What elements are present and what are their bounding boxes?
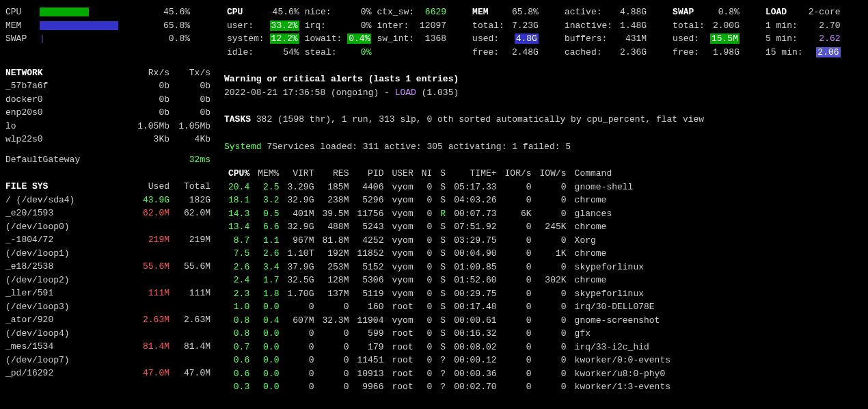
systemd-label: Systemd bbox=[224, 142, 262, 152]
systemd-line: Systemd 7Services loaded: 311 active: 30… bbox=[224, 140, 863, 154]
cpu-detail-header-val: 45.6% bbox=[267, 5, 302, 19]
filesys-row: (/dev/loop1) bbox=[5, 247, 211, 261]
filesys-row: (/dev/loop3) bbox=[5, 300, 211, 314]
mem-detail-header: MEM bbox=[470, 5, 507, 19]
proc-header-cell: USER bbox=[388, 167, 417, 181]
process-row: 18.13.232.9G238M5296vyom0S04:03.2600chro… bbox=[224, 194, 675, 207]
swap-detail-row: total:2.00G bbox=[670, 19, 742, 33]
nice-val: 0% bbox=[344, 5, 374, 19]
cpu-detail-block: CPU 45.6% nice: 0% ctx_sw: 6629 user:33.… bbox=[224, 5, 449, 59]
process-row: 0.70.000179root0S00:08.0200irq/33-i2c_hi… bbox=[224, 341, 675, 354]
mem-bar-row: MEM 65.8% bbox=[5, 19, 211, 33]
process-row: 0.60.00010913root0?00:00.3600kworker/u8:… bbox=[224, 367, 675, 381]
network-tx-header: Tx/s bbox=[169, 66, 211, 80]
process-row: 14.30.5401M39.5M11756vyom0R00:07.736K0gl… bbox=[224, 207, 675, 221]
proc-header-cell: PID bbox=[353, 167, 388, 181]
proc-header-cell: NI bbox=[418, 167, 437, 181]
mem-active-label: active: bbox=[562, 5, 615, 19]
filesys-row: / (/dev/sda4)43.9G182G bbox=[5, 194, 211, 207]
filesys-row: (/dev/loop7) bbox=[5, 354, 211, 367]
load-detail-header: LOAD bbox=[763, 5, 806, 19]
process-row: 0.80.000599root0S00:16.3200gfx bbox=[224, 327, 675, 341]
swap-detail-row: free:1.98G bbox=[670, 46, 742, 60]
cpu-detail-row: user:33.2%irq:0%inter:12097 bbox=[224, 19, 449, 33]
cpu-pct: 45.6% bbox=[149, 5, 190, 19]
network-row: enp20s00b0b bbox=[5, 106, 211, 120]
process-row: 0.60.00011451root0?00:00.1200kworker/0:0… bbox=[224, 354, 675, 367]
filesys-row: _ller/591111M111M bbox=[5, 287, 211, 300]
gateway-label: DefaultGateway bbox=[5, 153, 189, 167]
filesys-row: _ator/9202.63M2.63M bbox=[5, 313, 211, 327]
swap-pct: 0.8% bbox=[149, 32, 190, 46]
process-row: 0.30.0009966root0?00:02.7000kworker/1:3-… bbox=[224, 380, 675, 394]
alert-val: (1.035) bbox=[416, 88, 459, 98]
swap-detail-header: SWAP bbox=[670, 5, 707, 19]
cpu-detail-row: idle:54%steal:0% bbox=[224, 46, 449, 60]
process-row: 2.31.81.70G137M5119vyom0S00:29.7500skype… bbox=[224, 287, 675, 301]
mem-bar bbox=[40, 21, 118, 30]
systemd-text: 7Services loaded: 311 active: 305 activa… bbox=[262, 142, 571, 152]
swap-detail-block: SWAP 0.8% total:2.00Gused:15.5Mfree:1.98… bbox=[670, 5, 742, 59]
swap-detail-header-val: 0.8% bbox=[707, 5, 742, 19]
tasks-text: 382 (1598 thr), 1 run, 313 slp, 0 oth so… bbox=[251, 114, 704, 124]
filesys-row: (/dev/loop2) bbox=[5, 274, 211, 287]
process-row: 2.63.437.9G253M5152vyom0S01:00.8500skype… bbox=[224, 261, 675, 274]
top-stats: CPU 45.6% nice: 0% ctx_sw: 6629 user:33.… bbox=[224, 5, 863, 59]
process-row: 7.52.61.10T192M11852vyom0S00:04.9001Kchr… bbox=[224, 247, 675, 261]
mem-label: MEM bbox=[5, 19, 40, 33]
network-row: lo1.05Mb1.05Mb bbox=[5, 120, 211, 133]
network-table: NETWORK Rx/s Tx/s _57b7a6f0b0bdocker00b0… bbox=[5, 66, 211, 146]
filesys-table: FILE SYS Used Total / (/dev/sda4)43.9G18… bbox=[5, 180, 211, 380]
cpu-bar-row: CPU 45.6% bbox=[5, 5, 211, 19]
tasks-label: TASKS bbox=[224, 114, 251, 124]
process-row: 20.42.53.29G185M4406vyom0S05:17.3300gnom… bbox=[224, 181, 675, 194]
proc-header-cell: IOR/s bbox=[501, 167, 536, 181]
network-row: wlp22s03Kb4Kb bbox=[5, 133, 211, 146]
process-row: 8.71.1967M81.8M4252vyom0S03:29.7500Xorg bbox=[224, 234, 675, 248]
proc-header-cell: VIRT bbox=[283, 167, 318, 181]
filesys-total-header: Total bbox=[169, 180, 211, 194]
mem-detail-header-val: 65.8% bbox=[507, 5, 541, 19]
filesys-row: (/dev/loop0) bbox=[5, 220, 211, 234]
mem-detail-row: total:7.23Ginactive:1.48G bbox=[470, 19, 649, 33]
right-column: CPU 45.6% nice: 0% ctx_sw: 6629 user:33.… bbox=[224, 5, 863, 394]
mem-active-val: 4.88G bbox=[615, 5, 649, 19]
ctx-val: 6629 bbox=[417, 5, 449, 19]
process-row: 13.46.632.9G488M5243vyom0S07:51.920245Kc… bbox=[224, 220, 675, 234]
filesys-row: _e20/159362.0M62.0M bbox=[5, 207, 211, 220]
mem-pct: 65.8% bbox=[149, 19, 190, 33]
filesys-row: _pd/1629247.0M47.0M bbox=[5, 367, 211, 380]
cpu-bar bbox=[40, 8, 89, 16]
network-row: _57b7a6f0b0b bbox=[5, 79, 211, 93]
cpu-detail-header: CPU bbox=[224, 5, 267, 19]
load-detail-block: LOAD 2-core 1 min:2.705 min:2.6215 min:2… bbox=[763, 5, 843, 59]
nice-label: nice: bbox=[302, 5, 345, 19]
proc-header-cell: IOW/s bbox=[536, 167, 571, 181]
load-detail-header-val: 2-core bbox=[806, 5, 843, 19]
filesys-row: _mes/153481.4M81.4M bbox=[5, 340, 211, 354]
swap-label: SWAP bbox=[5, 32, 40, 46]
load-detail-row: 1 min:2.70 bbox=[763, 19, 843, 33]
network-header: NETWORK bbox=[5, 66, 128, 80]
tasks-line: TASKS 382 (1598 thr), 1 run, 313 slp, 0 … bbox=[224, 113, 863, 127]
proc-header-cell: S bbox=[436, 167, 450, 181]
alert-type: LOAD bbox=[395, 88, 416, 98]
mem-detail-row: free:2.48Gcached:2.36G bbox=[470, 46, 649, 60]
mem-detail-block: MEM 65.8% active: 4.88G total:7.23Ginact… bbox=[470, 5, 649, 59]
proc-header-cell: Command bbox=[571, 167, 675, 181]
process-row: 1.00.000160root0S00:17.4800irq/30-DELL07… bbox=[224, 300, 675, 314]
gateway-val: 32ms bbox=[189, 153, 211, 167]
mem-detail-row: used:4.8Gbuffers:431M bbox=[470, 32, 649, 46]
network-rx-header: Rx/s bbox=[128, 66, 169, 80]
load-detail-row: 15 min:2.06 bbox=[763, 46, 843, 60]
alert-block: Warning or critical alerts (lasts 1 entr… bbox=[224, 72, 863, 99]
gateway-row: DefaultGateway 32ms bbox=[5, 153, 211, 167]
alert-title: Warning or critical alerts (lasts 1 entr… bbox=[224, 72, 863, 86]
load-detail-row: 5 min:2.62 bbox=[763, 32, 843, 46]
proc-header-cell: TIME+ bbox=[450, 167, 500, 181]
process-row: 0.80.4607M32.3M11904vyom0S00:00.6100gnom… bbox=[224, 314, 675, 328]
swap-bar: | bbox=[40, 32, 149, 46]
proc-header-cell: RES bbox=[318, 167, 353, 181]
process-row: 2.41.732.5G128M5306vyom0S01:52.600302Kch… bbox=[224, 274, 675, 287]
alert-ts: 2022-08-21 17:36:58 (ongoing) - bbox=[224, 88, 395, 98]
